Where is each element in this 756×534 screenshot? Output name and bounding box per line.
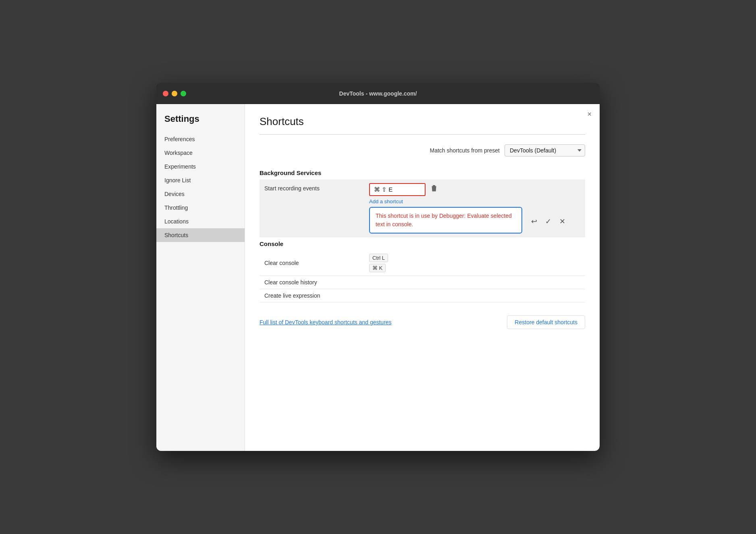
footer-row: Full list of DevTools keyboard shortcuts… [260, 315, 585, 329]
start-recording-row: Start recording events ⌘ ⇧ E [260, 179, 585, 237]
preset-label: Match shortcuts from preset [430, 147, 500, 154]
titlebar: DevTools - www.google.com/ [156, 83, 600, 104]
full-list-link[interactable]: Full list of DevTools keyboard shortcuts… [260, 319, 392, 325]
shortcut-action-buttons: ↩ ✓ ✕ [529, 213, 568, 227]
preset-row: Match shortcuts from preset DevTools (De… [260, 144, 585, 156]
key-badge-ctrl-l: Ctrl L [369, 254, 388, 262]
shortcut-keys-area: ⌘ ⇧ E Add a shortcut This shortcu [369, 183, 580, 234]
title-divider [260, 134, 585, 135]
sidebar-item-workspace[interactable]: Workspace [156, 146, 245, 160]
clear-console-keys: Ctrl L ⌘ K [369, 254, 388, 272]
devtools-window: DevTools - www.google.com/ Settings Pref… [156, 83, 600, 451]
background-services-section: Background Services Start recording even… [260, 169, 585, 237]
conflict-message-box: This shortcut is in use by Debugger: Eva… [369, 207, 522, 234]
delete-shortcut-button[interactable] [429, 183, 439, 196]
console-section: Console Clear console Ctrl L ⌘ K [260, 240, 585, 302]
confirm-shortcut-button[interactable]: ✓ [543, 215, 554, 227]
sidebar-item-ignore-list[interactable]: Ignore List [156, 173, 245, 187]
clear-console-history-row: Clear console history [260, 276, 585, 289]
start-recording-label: Start recording events [264, 183, 369, 192]
sidebar-item-throttling[interactable]: Throttling [156, 201, 245, 215]
shortcut-input-field[interactable]: ⌘ ⇧ E [369, 183, 426, 196]
sidebar-item-locations[interactable]: Locations [156, 215, 245, 228]
clear-console-key-1: Ctrl L [369, 254, 388, 262]
settings-close-button[interactable]: × [587, 111, 592, 118]
sidebar-item-preferences[interactable]: Preferences [156, 132, 245, 146]
sidebar-item-devices[interactable]: Devices [156, 187, 245, 201]
clear-console-key-2: ⌘ K [369, 264, 388, 272]
settings-sidebar: Settings Preferences Workspace Experimen… [156, 104, 245, 451]
window-title: DevTools - www.google.com/ [339, 90, 417, 97]
add-shortcut-link[interactable]: Add a shortcut [369, 198, 580, 204]
sidebar-item-shortcuts[interactable]: Shortcuts [156, 228, 245, 242]
window-controls [163, 91, 186, 96]
cancel-shortcut-button[interactable]: ✕ [557, 215, 568, 227]
clear-console-label: Clear console [264, 260, 369, 266]
main-content: × Shortcuts Match shortcuts from preset … [245, 104, 600, 451]
shortcut-input-row: ⌘ ⇧ E [369, 183, 580, 196]
shortcut-keys-display: ⌘ ⇧ E [374, 186, 393, 193]
undo-shortcut-button[interactable]: ↩ [529, 215, 540, 227]
maximize-window-button[interactable] [181, 91, 186, 96]
sidebar-heading: Settings [156, 114, 245, 132]
restore-defaults-button[interactable]: Restore default shortcuts [507, 315, 585, 329]
sidebar-item-experiments[interactable]: Experiments [156, 160, 245, 173]
preset-select[interactable]: DevTools (Default) Visual Studio Code [505, 144, 585, 156]
close-window-button[interactable] [163, 91, 168, 96]
clear-console-row: Clear console Ctrl L ⌘ K [260, 250, 585, 276]
minimize-window-button[interactable] [172, 91, 177, 96]
console-section-title: Console [260, 240, 585, 247]
create-live-expression-label: Create live expression [264, 292, 369, 299]
window-body: Settings Preferences Workspace Experimen… [156, 104, 600, 451]
conflict-message-text: This shortcut is in use by Debugger: Eva… [376, 213, 512, 227]
create-live-expression-row: Create live expression [260, 289, 585, 302]
key-badge-cmd-k: ⌘ K [369, 264, 386, 272]
clear-console-history-label: Clear console history [264, 279, 369, 286]
page-title: Shortcuts [260, 115, 585, 128]
conflict-row: This shortcut is in use by Debugger: Eva… [369, 207, 580, 234]
background-services-title: Background Services [260, 169, 585, 176]
